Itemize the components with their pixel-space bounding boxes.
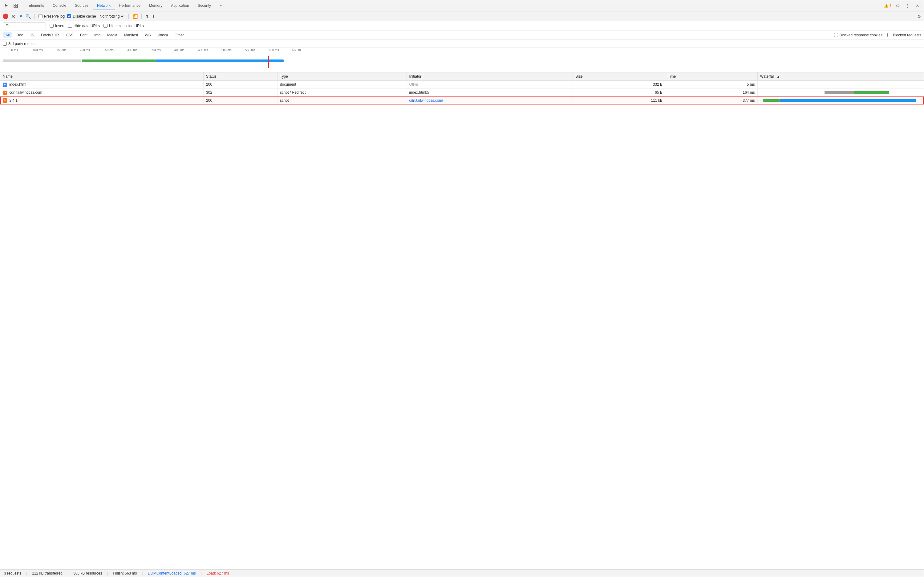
svg-rect-2 bbox=[14, 6, 15, 8]
filter-input[interactable] bbox=[3, 23, 46, 29]
waterfall-bar bbox=[760, 90, 921, 94]
col-header-type[interactable]: Type bbox=[277, 73, 407, 81]
cell-time: 5 ms bbox=[665, 81, 758, 89]
type-btn-wasm[interactable]: Wasm bbox=[155, 32, 171, 38]
col-header-name[interactable]: Name bbox=[0, 73, 204, 81]
cell-initiator: Other bbox=[407, 81, 573, 89]
disable-cache-checkbox[interactable] bbox=[67, 14, 71, 18]
doc-icon: ■ bbox=[3, 82, 7, 87]
blocked-requests-label[interactable]: Blocked requests bbox=[887, 33, 921, 37]
type-btn-js[interactable]: JS bbox=[27, 32, 37, 38]
type-btn-other[interactable]: Other bbox=[172, 32, 186, 38]
upload-icon[interactable]: ⬆ bbox=[145, 14, 149, 19]
table-body: ■ index.html 200 document Other 332 B 5 … bbox=[0, 81, 924, 105]
separator-1 bbox=[34, 14, 35, 19]
table-container[interactable]: Name Status Type Initiator Size bbox=[0, 73, 924, 569]
tab-network[interactable]: Network bbox=[93, 2, 115, 10]
warning-badge[interactable]: ⚠️ 1 bbox=[884, 4, 892, 8]
col-header-time[interactable]: Time bbox=[665, 73, 758, 81]
tab-more[interactable]: » bbox=[215, 2, 226, 10]
third-party-row: 3rd-party requests bbox=[0, 40, 924, 48]
cell-status: 200 bbox=[204, 97, 278, 105]
timeline-ticks: 50 ms 100 ms 150 ms 200 ms 250 ms 300 ms… bbox=[0, 48, 924, 54]
type-btn-ws[interactable]: WS bbox=[142, 32, 153, 38]
blocked-cookies-text: Blocked response cookies bbox=[840, 33, 882, 37]
initiator-link[interactable]: cdn.tailwindcss.com/ bbox=[409, 98, 443, 103]
col-header-initiator[interactable]: Initiator bbox=[407, 73, 573, 81]
tab-console[interactable]: Console bbox=[48, 2, 71, 10]
tab-security[interactable]: Security bbox=[193, 2, 215, 10]
tab-memory[interactable]: Memory bbox=[145, 2, 167, 10]
tab-elements[interactable]: Elements bbox=[24, 2, 48, 10]
tab-bar-icons bbox=[3, 2, 19, 10]
search-icon[interactable]: 🔍 bbox=[26, 14, 31, 19]
third-party-text: 3rd-party requests bbox=[8, 42, 38, 46]
script-icon: ⟳ bbox=[3, 98, 7, 103]
waterfall-bar bbox=[760, 98, 921, 102]
disable-cache-text: Disable cache bbox=[73, 14, 96, 18]
gear-icon-right[interactable]: ⚙ bbox=[917, 14, 921, 19]
col-header-status[interactable]: Status bbox=[204, 73, 278, 81]
invert-checkbox[interactable] bbox=[50, 24, 54, 28]
third-party-label[interactable]: 3rd-party requests bbox=[3, 42, 38, 46]
preserve-log-text: Preserve log bbox=[44, 14, 65, 18]
wifi-icon[interactable]: 📶 bbox=[132, 14, 138, 19]
cursor-icon[interactable] bbox=[3, 2, 10, 10]
type-btn-font[interactable]: Font bbox=[77, 32, 90, 38]
hide-ext-urls-label[interactable]: Hide extension URLs bbox=[103, 24, 144, 28]
type-btn-fetch[interactable]: Fetch/XHR bbox=[38, 32, 62, 38]
svg-rect-0 bbox=[14, 4, 15, 6]
table-row[interactable]: ■ index.html 200 document Other 332 B 5 … bbox=[0, 81, 924, 89]
cell-initiator[interactable]: cdn.tailwindcss.com/ bbox=[407, 97, 573, 105]
hide-data-urls-checkbox[interactable] bbox=[68, 24, 72, 28]
type-btn-img[interactable]: Img bbox=[92, 32, 103, 38]
invert-label[interactable]: Invert bbox=[50, 24, 64, 28]
tick-450: 450 ms bbox=[198, 48, 208, 52]
hide-ext-urls-checkbox[interactable] bbox=[103, 24, 108, 28]
throttle-select[interactable]: No throttling bbox=[98, 14, 125, 19]
third-party-checkbox[interactable] bbox=[3, 42, 7, 46]
tab-application[interactable]: Application bbox=[167, 2, 193, 10]
type-btn-manifest[interactable]: Manifest bbox=[121, 32, 141, 38]
inspect-icon[interactable] bbox=[12, 2, 19, 10]
type-btn-media[interactable]: Media bbox=[104, 32, 120, 38]
col-header-waterfall[interactable]: Waterfall ▲ bbox=[757, 73, 924, 81]
table-row-selected[interactable]: ⟳ 3.4.1 200 script cdn.tailwindcss.com/ … bbox=[0, 97, 924, 105]
clear-button[interactable]: ⊘ bbox=[11, 14, 16, 19]
disable-cache-label[interactable]: Disable cache bbox=[67, 14, 96, 18]
type-btn-css[interactable]: CSS bbox=[63, 32, 76, 38]
cell-size: 111 kB bbox=[573, 97, 665, 105]
status-resources: 368 kB resources bbox=[73, 571, 102, 575]
filter-icon[interactable]: ▼ bbox=[19, 14, 23, 19]
type-btn-all[interactable]: All bbox=[3, 32, 12, 38]
wf-segment-2 bbox=[853, 91, 889, 94]
record-button[interactable] bbox=[3, 14, 8, 19]
tick-250: 250 ms bbox=[103, 48, 114, 52]
table-header: Name Status Type Initiator Size bbox=[0, 73, 924, 81]
tick-600: 600 ms bbox=[269, 48, 279, 52]
preserve-log-label[interactable]: Preserve log bbox=[39, 14, 65, 18]
preserve-log-checkbox[interactable] bbox=[39, 14, 42, 18]
tab-performance[interactable]: Performance bbox=[115, 2, 145, 10]
blocked-requests-checkbox[interactable] bbox=[887, 33, 891, 37]
col-header-size[interactable]: Size bbox=[573, 73, 665, 81]
cell-waterfall bbox=[757, 89, 924, 97]
tab-sources[interactable]: Sources bbox=[71, 2, 93, 10]
separator-2 bbox=[129, 14, 129, 19]
hide-data-urls-label[interactable]: Hide data URLs bbox=[68, 24, 100, 28]
table-row[interactable]: ⟳ cdn.tailwindcss.com 302 script / Redir… bbox=[0, 89, 924, 97]
close-icon[interactable]: ✕ bbox=[914, 2, 921, 10]
type-btn-doc[interactable]: Doc bbox=[14, 32, 26, 38]
cell-type: script / Redirect bbox=[277, 89, 407, 97]
separator-3 bbox=[141, 14, 142, 19]
tick-550: 550 ms bbox=[245, 48, 256, 52]
blocked-cookies-checkbox[interactable] bbox=[834, 33, 838, 37]
tick-150: 150 ms bbox=[56, 48, 66, 52]
settings-icon[interactable]: ⚙ bbox=[894, 2, 902, 10]
wf-segment-1 bbox=[824, 91, 853, 94]
download-icon[interactable]: ⬇ bbox=[151, 14, 155, 19]
more-options-icon[interactable]: ⋮ bbox=[904, 2, 911, 10]
type-filter-row: All Doc JS Fetch/XHR CSS Font Img Media … bbox=[0, 31, 924, 40]
blocked-cookies-label[interactable]: Blocked response cookies bbox=[834, 33, 882, 37]
wf-segment-2 bbox=[779, 99, 917, 102]
